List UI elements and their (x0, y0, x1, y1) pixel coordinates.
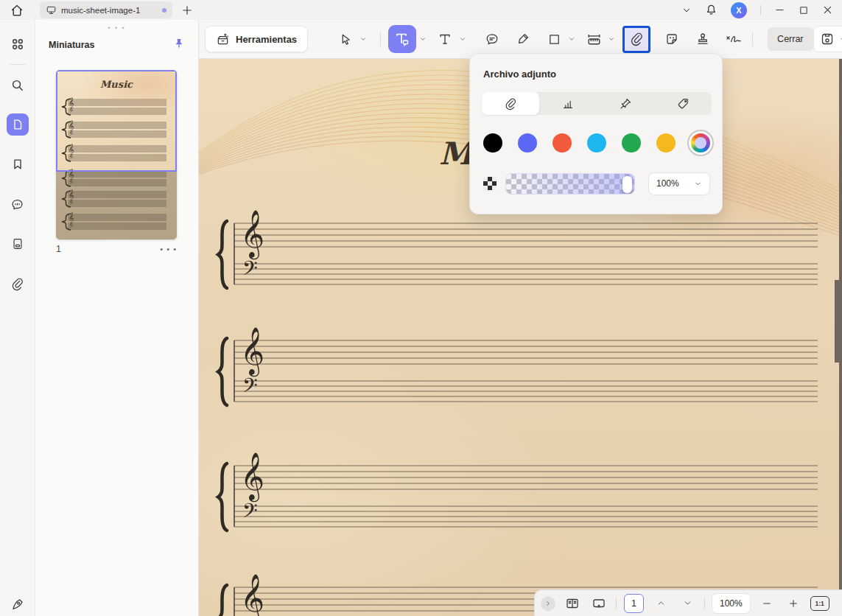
document-tab[interactable]: music-sheet-image-1 (40, 1, 172, 18)
pen-mode-button[interactable] (0, 597, 35, 612)
thumbnails-panel-button[interactable] (7, 113, 29, 136)
opacity-select[interactable]: 100% (648, 172, 710, 195)
zoom-in-button[interactable] (784, 594, 803, 613)
unsaved-dot (162, 8, 166, 13)
pin-panel-button[interactable] (173, 38, 185, 52)
thumbnail-viewport-indicator[interactable] (56, 70, 177, 172)
tab-tag[interactable] (654, 92, 712, 115)
bookmark-icon (11, 158, 24, 171)
highlight-tool[interactable] (512, 27, 534, 52)
actual-size-button[interactable]: 1:1 (810, 596, 829, 611)
edit-text-dropdown[interactable] (418, 28, 428, 50)
stamp-tool[interactable] (692, 27, 714, 52)
tab-chart[interactable] (539, 92, 597, 115)
measure-tool[interactable] (583, 27, 605, 52)
attachment-tool-active[interactable] (622, 26, 650, 53)
color-swatch-5[interactable] (656, 133, 676, 153)
titlebar: music-sheet-image-1 X (0, 0, 842, 20)
sticker-icon (664, 32, 679, 46)
shape-tool[interactable] (543, 27, 565, 52)
select-tool-dropdown[interactable] (358, 28, 368, 50)
next-page-button[interactable] (678, 594, 697, 613)
zoom-out-button[interactable] (757, 594, 776, 613)
edit-text-icon (394, 31, 410, 47)
paperclip-icon (504, 97, 517, 111)
chevron-down-icon (694, 180, 702, 188)
opacity-slider[interactable] (505, 173, 635, 195)
home-button[interactable] (0, 3, 34, 18)
add-text-tool[interactable] (434, 27, 456, 52)
svg-text:𝄞: 𝄞 (240, 326, 264, 377)
color-swatch-1[interactable] (518, 133, 537, 153)
chevron-down-icon (839, 35, 842, 43)
select-tool[interactable] (334, 27, 357, 52)
color-swatch-0[interactable] (483, 133, 502, 153)
panel-drag-handle[interactable]: • • • (35, 24, 198, 32)
tab-attachment[interactable] (482, 92, 539, 115)
tools-button[interactable]: Herramientas (205, 26, 308, 52)
minimize-icon (774, 4, 785, 15)
toolbox-icon (216, 32, 230, 46)
page-view-button[interactable] (563, 594, 582, 613)
collapse-statusbar-button[interactable] (541, 596, 555, 611)
presenter-icon (592, 596, 606, 611)
signature-tool[interactable] (723, 27, 745, 52)
tab-pushpin[interactable] (597, 92, 654, 115)
page-organize-button[interactable] (7, 233, 29, 255)
grid-icon (10, 37, 25, 52)
attachments-panel-button[interactable] (7, 273, 29, 295)
previous-page-button[interactable] (651, 594, 670, 613)
add-text-dropdown[interactable] (457, 28, 468, 50)
pin-icon (173, 38, 185, 49)
monitor-icon (46, 4, 57, 15)
close-window-button[interactable] (822, 4, 833, 15)
maximize-button[interactable] (799, 5, 809, 15)
statusbar-divider (616, 598, 617, 609)
page-thumbnail[interactable]: Music 𝄞𝄢𝄞𝄢𝄞𝄢𝄞𝄢𝄞𝄢𝄞𝄢 (56, 70, 177, 239)
close-tools-button[interactable]: Cerrar (768, 27, 813, 51)
presentation-button[interactable] (589, 594, 608, 613)
bookmarks-button[interactable] (7, 153, 29, 175)
edit-text-tool-active[interactable] (388, 25, 416, 53)
statusbar: 1 100% 1:1 (534, 589, 842, 616)
custom-color-swatch-selected[interactable] (691, 133, 710, 153)
new-tab-button[interactable] (181, 4, 193, 16)
color-swatch-3[interactable] (587, 133, 606, 153)
measure-tool-dropdown[interactable] (606, 28, 617, 50)
paperclip-icon (10, 277, 24, 291)
page-number-input[interactable]: 1 (624, 594, 644, 613)
chevron-right-icon (544, 600, 552, 607)
comment-tool[interactable] (481, 27, 503, 52)
titlebar-chevron-button[interactable] (681, 5, 692, 15)
color-swatch-row (483, 133, 710, 153)
save-button[interactable] (820, 32, 835, 46)
save-dropdown[interactable] (839, 35, 842, 43)
file-icon (11, 237, 24, 251)
comment-bubble-icon (485, 32, 499, 46)
sticker-tool[interactable] (661, 27, 683, 52)
thumbnail-more-button[interactable]: • • • (160, 245, 177, 253)
color-swatch-4[interactable] (622, 133, 641, 153)
apps-grid-button[interactable] (7, 33, 29, 55)
search-button[interactable] (7, 74, 29, 96)
zoom-level[interactable]: 100% (712, 594, 750, 613)
toolbar-divider (752, 32, 753, 46)
chevron-down-icon (459, 35, 466, 43)
left-rail (0, 20, 35, 616)
color-swatch-2[interactable] (552, 133, 572, 153)
titlebar-divider (760, 5, 761, 15)
scrollbar-thumb[interactable] (835, 280, 842, 363)
shape-tool-dropdown[interactable] (566, 28, 577, 50)
toolbar-divider (380, 32, 381, 46)
opacity-slider-handle[interactable] (622, 176, 632, 193)
avatar[interactable]: X (731, 2, 747, 18)
chevron-down-icon (419, 35, 427, 43)
opacity-value: 100% (656, 178, 679, 189)
comments-button[interactable] (7, 193, 29, 215)
attachment-popup: Archivo adjunto 100% (469, 53, 723, 214)
close-tools-label: Cerrar (777, 34, 803, 44)
minimize-button[interactable] (774, 4, 785, 15)
tab-title: music-sheet-image-1 (61, 6, 158, 15)
panel-title: Miniaturas (49, 40, 95, 50)
notifications-button[interactable] (705, 4, 718, 16)
